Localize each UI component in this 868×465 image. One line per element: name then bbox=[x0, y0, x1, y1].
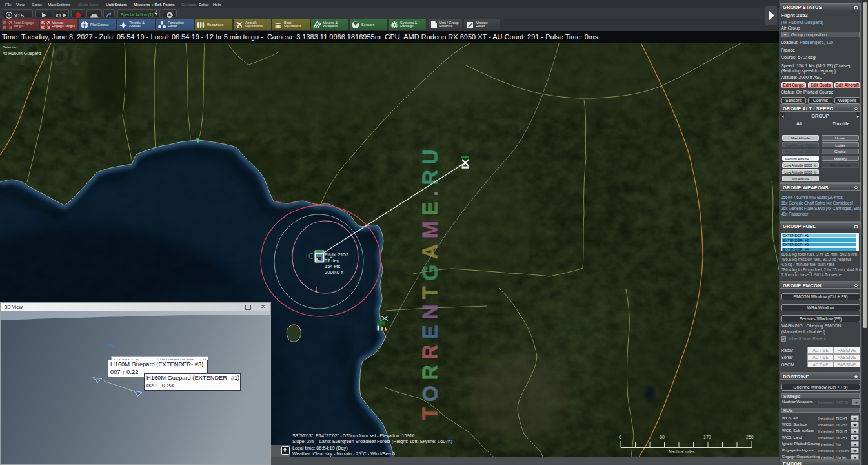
svg-text:154 kts: 154 kts bbox=[325, 264, 340, 269]
svg-text:57 deg: 57 deg bbox=[325, 258, 339, 264]
svg-text:250: 250 bbox=[746, 435, 754, 439]
svg-text:Selected:: Selected: bbox=[3, 45, 19, 49]
svg-text:170: 170 bbox=[703, 435, 711, 439]
svg-text:4x H160M Guepard: 4x H160M Guepard bbox=[3, 51, 41, 56]
svg-text:x1: x1 bbox=[56, 12, 62, 19]
svg-text:2000.0 ft: 2000.0 ft bbox=[325, 269, 344, 275]
svg-text:80: 80 bbox=[660, 435, 665, 439]
svg-text:Nautical miles: Nautical miles bbox=[669, 450, 695, 454]
svg-text:Flight 2152: Flight 2152 bbox=[325, 252, 348, 258]
svg-text:0: 0 bbox=[619, 435, 621, 439]
svg-text:x15: x15 bbox=[14, 12, 24, 19]
